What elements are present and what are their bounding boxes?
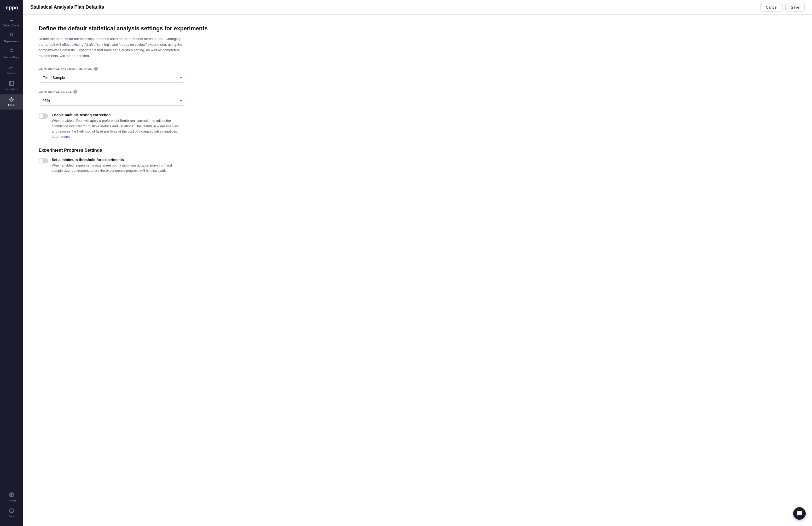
experiments-icon [9,33,14,39]
sidebar-nav: ☰ Getting Started Experiments Feature Fl… [0,16,23,489]
section-description: Define the defaults for the statistical … [39,36,185,59]
multiple-testing-title: Enable multiple testing correction [52,113,180,117]
confidence-interval-info-icon[interactable]: i [94,67,98,71]
sidebar-item-getting-started[interactable]: ☰ Getting Started [0,16,23,30]
confidence-level-label: CONFIDENCE LEVEL i [39,90,796,94]
sidebar-item-feature-flags[interactable]: Feature Flags [0,46,23,62]
feature-flags-icon [9,49,14,55]
svg-text:eppo: eppo [6,5,18,11]
experiment-progress-heading: Experiment Progress Settings [39,148,796,153]
sidebar-item-label: Metrics [7,72,16,75]
definitions-icon [9,81,14,87]
confidence-interval-method-group: CONFIDENCE INTERVAL METHOD i Fixed Sampl… [39,67,796,83]
main-wrapper: Statistical Analysis Plan Defaults Cance… [23,0,812,526]
toggle-track [39,113,48,119]
confidence-level-info-icon[interactable]: i [73,90,77,94]
main-heading: Define the default statistical analysis … [39,25,796,32]
chat-button[interactable] [793,507,806,520]
sidebar-item-metrics[interactable]: Metrics [0,62,23,77]
multiple-testing-content: Enable multiple testing correction When … [52,113,180,139]
top-bar: Statistical Analysis Plan Defaults Cance… [23,0,812,15]
svg-text:?: ? [11,509,13,512]
sidebar-item-label: Updates [6,499,16,502]
learn-more-link[interactable]: Learn more. [52,134,70,139]
confidence-level-group: CONFIDENCE LEVEL i 90% 95% 99% ▾ [39,90,796,105]
sidebar: eppo ☰ Getting Started Experiments Featu… [0,0,23,526]
min-threshold-content: Set a minimum threshold for experiments … [52,158,180,173]
metrics-icon [9,65,14,71]
sidebar-item-label: Feature Flags [3,56,19,59]
sidebar-item-label: Definitions [5,88,18,91]
svg-rect-4 [10,493,13,496]
min-threshold-title: Set a minimum threshold for experiments [52,158,180,162]
confidence-level-select-wrapper: 90% 95% 99% ▾ [39,96,185,105]
sidebar-item-label: Getting Started [3,24,20,27]
cancel-button[interactable]: Cancel [760,3,783,12]
admin-icon [9,97,14,103]
sidebar-item-label: Admin [8,104,15,107]
updates-icon [9,492,14,498]
save-button[interactable]: Save [785,3,805,12]
sidebar-item-experiments[interactable]: Experiments [0,30,23,46]
sidebar-item-label: Experiments [4,40,19,43]
docs-icon: ? [9,508,14,514]
experiment-progress-section: Experiment Progress Settings Set a minim… [39,148,796,173]
sidebar-item-admin[interactable]: Admin [0,94,23,110]
getting-started-icon: ☰ [10,18,14,23]
sidebar-item-updates[interactable]: Updates [0,489,23,505]
min-threshold-row: Set a minimum threshold for experiments … [39,158,796,173]
logo: eppo [5,3,18,12]
confidence-interval-method-label: CONFIDENCE INTERVAL METHOD i [39,67,796,71]
svg-point-3 [11,99,12,100]
toggle-track [39,158,48,164]
content-area: Define the default statistical analysis … [23,15,812,526]
sidebar-item-docs[interactable]: ? Docs [0,505,23,521]
confidence-level-select[interactable]: 90% 95% 99% [39,96,185,105]
confidence-interval-method-select[interactable]: Fixed Sample Sequential [39,73,185,83]
multiple-testing-row: Enable multiple testing correction When … [39,113,796,139]
multiple-testing-desc: When enabled, Eppo will apply a preferen… [52,118,180,139]
svg-rect-1 [10,81,14,85]
min-threshold-toggle[interactable] [39,158,48,164]
sidebar-item-definitions[interactable]: Definitions [0,78,23,94]
sidebar-bottom: Updates ? Docs [0,489,23,521]
sidebar-item-label: Docs [9,515,15,518]
multiple-testing-toggle[interactable] [39,113,48,119]
min-threshold-desc: When enabled, experiments must meet both… [52,163,180,173]
top-bar-actions: Cancel Save [760,3,805,12]
page-title: Statistical Analysis Plan Defaults [30,4,104,10]
confidence-interval-method-select-wrapper: Fixed Sample Sequential ▾ [39,73,185,83]
